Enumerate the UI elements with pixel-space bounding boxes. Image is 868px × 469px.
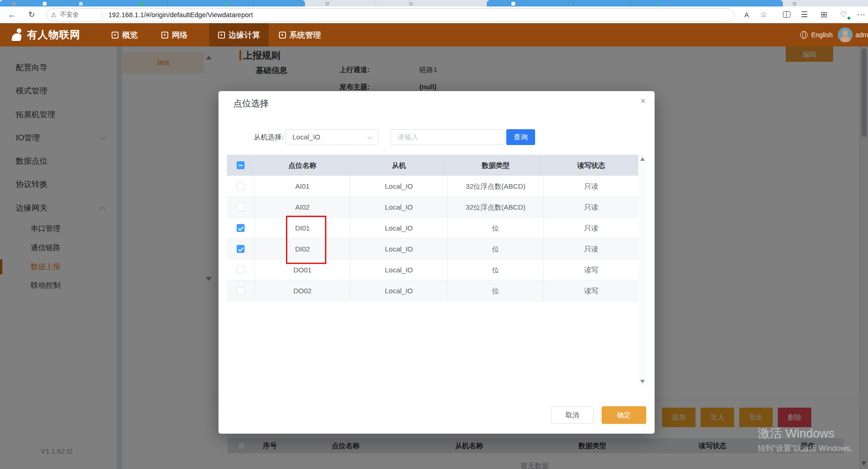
cell-point-name: AI01 bbox=[255, 176, 351, 197]
slave-select-dropdown[interactable]: Local_IO bbox=[285, 129, 378, 145]
tab-favicon bbox=[79, 2, 83, 6]
point-select-dialog: 点位选择 × 从机选择: Local_IO 请输入 查询 点位名称从机数据类型读… bbox=[219, 91, 655, 434]
row-checkbox-cell bbox=[227, 238, 255, 259]
select-all-checkbox[interactable] bbox=[237, 161, 245, 169]
tab-favicon bbox=[139, 2, 143, 6]
cell-slave: Local_IO bbox=[351, 238, 448, 259]
cancel-button[interactable]: 取消 bbox=[551, 406, 594, 424]
column-header-点位名称: 点位名称 bbox=[255, 155, 351, 176]
cell-rw-status: 只读 bbox=[544, 238, 638, 259]
cell-slave: Local_IO bbox=[351, 259, 448, 280]
cell-slave: Local_IO bbox=[351, 197, 448, 218]
scroll-down-icon[interactable] bbox=[640, 380, 645, 383]
red-annotation-box bbox=[286, 216, 326, 264]
column-header-从机: 从机 bbox=[351, 155, 448, 176]
cell-data-type: 位 bbox=[448, 218, 544, 238]
brand-logo-icon bbox=[10, 28, 24, 41]
language-switch[interactable]: English bbox=[811, 23, 833, 46]
search-button[interactable]: 查询 bbox=[506, 129, 535, 145]
watermark-line1: 激活 Windows bbox=[758, 425, 858, 442]
nav-item-边缘计算[interactable]: 边缘计算 bbox=[209, 23, 269, 46]
row-checkbox[interactable] bbox=[237, 203, 245, 211]
row-checkbox-cell bbox=[227, 176, 255, 197]
row-checkbox[interactable] bbox=[237, 266, 245, 274]
row-checkbox-cell bbox=[227, 280, 255, 301]
cell-slave: Local_IO bbox=[351, 218, 448, 238]
nav-module-icon bbox=[279, 32, 286, 39]
scroll-up-icon[interactable] bbox=[640, 157, 645, 161]
globe-icon bbox=[800, 31, 808, 39]
cell-slave: Local_IO bbox=[351, 280, 448, 301]
row-checkbox-cell bbox=[227, 218, 255, 238]
cell-rw-status: 读写 bbox=[544, 280, 638, 301]
security-warning-icon: ⚠ bbox=[51, 9, 57, 21]
browser-tab-group-2[interactable] bbox=[487, 0, 783, 7]
nav-module-icon bbox=[161, 32, 168, 39]
chevron-down-icon bbox=[367, 134, 372, 139]
cell-rw-status: 只读 bbox=[544, 218, 638, 238]
cell-data-type: 32位浮点数(ABCD) bbox=[448, 176, 544, 197]
column-header-读写状态: 读写状态 bbox=[544, 155, 638, 176]
dialog-title: 点位选择 bbox=[233, 98, 269, 110]
table-row-AI02[interactable]: AI02Local_IO32位浮点数(ABCD)只读 bbox=[227, 197, 638, 218]
user-avatar[interactable] bbox=[838, 27, 853, 42]
nav-item-label: 系统管理 bbox=[290, 30, 321, 40]
cell-data-type: 位 bbox=[448, 238, 544, 259]
screen: ← ↻ ⚠ 不安全 192.168.1.1/#/origin/defaultEd… bbox=[0, 0, 868, 469]
username: admin bbox=[855, 23, 868, 46]
nav-item-label: 网络 bbox=[172, 30, 188, 40]
browser-essentials-icon[interactable]: ♡ bbox=[837, 7, 850, 23]
read-aloud-icon[interactable]: A bbox=[740, 7, 753, 23]
slave-select-label: 从机选择: bbox=[246, 129, 284, 145]
cell-rw-status: 读写 bbox=[544, 259, 638, 280]
more-menu-icon[interactable]: ⋯ bbox=[855, 7, 868, 23]
search-input[interactable]: 请输入 bbox=[391, 129, 504, 145]
favorite-star-icon[interactable]: ☆ bbox=[757, 7, 770, 23]
windows-watermark: 激活 Windows 转到“设置”以激活 Windows。 bbox=[758, 425, 858, 454]
browser-tab-strip[interactable] bbox=[0, 0, 868, 7]
tab-favicon bbox=[409, 2, 413, 6]
browser-toolbar: ← ↻ ⚠ 不安全 192.168.1.1/#/origin/defaultEd… bbox=[0, 7, 868, 23]
collections-icon[interactable]: ⊞ bbox=[817, 7, 830, 23]
nav-item-概览[interactable]: 概览 bbox=[105, 23, 145, 46]
divider bbox=[102, 11, 102, 19]
split-screen-icon[interactable] bbox=[783, 11, 790, 18]
cell-data-type: 32位浮点数(ABCD) bbox=[448, 197, 544, 218]
row-checkbox[interactable] bbox=[237, 224, 245, 232]
essentials-badge bbox=[847, 16, 851, 20]
refresh-icon[interactable]: ↻ bbox=[25, 7, 38, 23]
address-bar[interactable]: ⚠ 不安全 192.168.1.1/#/origin/defaultEdge/V… bbox=[46, 8, 735, 21]
tab-favicon bbox=[225, 2, 229, 6]
row-checkbox[interactable] bbox=[237, 287, 245, 295]
header-checkbox-cell bbox=[227, 155, 255, 176]
column-header-数据类型: 数据类型 bbox=[448, 155, 544, 176]
app-navbar: 有人物联网 概览网络边缘计算系统管理 English admin bbox=[0, 23, 868, 46]
tab-favicon bbox=[657, 2, 661, 6]
row-checkbox[interactable] bbox=[237, 245, 245, 253]
cell-point-name: AI02 bbox=[255, 197, 351, 218]
nav-item-label: 边缘计算 bbox=[229, 30, 260, 40]
nav-item-系统管理[interactable]: 系统管理 bbox=[272, 23, 327, 46]
favorites-bar-icon[interactable]: ☰ bbox=[798, 7, 811, 23]
table-row-AI01[interactable]: AI01Local_IO32位浮点数(ABCD)只读 bbox=[227, 176, 638, 197]
nav-item-label: 概览 bbox=[122, 30, 138, 40]
tab-favicon bbox=[511, 2, 515, 6]
row-checkbox[interactable] bbox=[237, 182, 245, 190]
tab-favicon bbox=[12, 2, 16, 6]
security-label[interactable]: 不安全 bbox=[60, 9, 79, 21]
confirm-button[interactable]: 确定 bbox=[602, 406, 646, 424]
tab-favicon bbox=[325, 2, 329, 6]
nav-item-网络[interactable]: 网络 bbox=[154, 23, 194, 46]
tab-favicon bbox=[43, 2, 46, 6]
nav-module-icon bbox=[218, 32, 225, 39]
row-checkbox-cell bbox=[227, 197, 255, 218]
close-icon[interactable]: × bbox=[637, 95, 649, 107]
watermark-line2: 转到“设置”以激活 Windows。 bbox=[758, 443, 858, 454]
table-scrollbar[interactable] bbox=[639, 155, 646, 386]
url-text[interactable]: 192.168.1.1/#/origin/defaultEdge/Viewdat… bbox=[108, 9, 253, 21]
row-checkbox-cell bbox=[227, 259, 255, 280]
table-row-DO02[interactable]: DO02Local_IO位读写 bbox=[227, 280, 638, 301]
back-icon[interactable]: ← bbox=[6, 7, 19, 23]
cell-slave: Local_IO bbox=[351, 176, 448, 197]
cell-data-type: 位 bbox=[448, 259, 544, 280]
